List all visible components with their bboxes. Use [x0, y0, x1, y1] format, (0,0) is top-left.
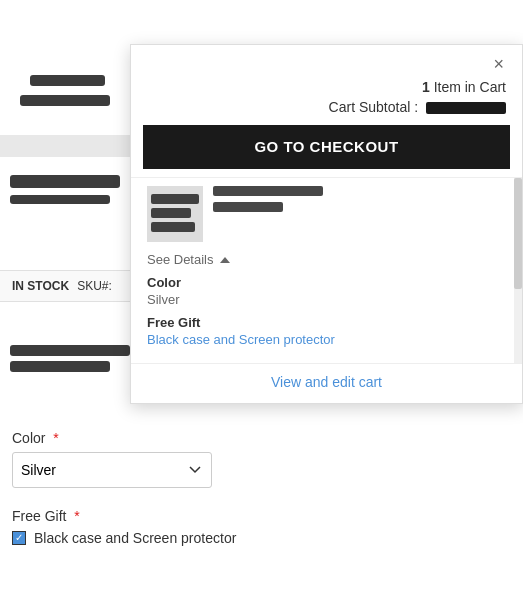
color-select[interactable]: Silver Black Gold	[12, 452, 212, 488]
free-gift-detail-label: Free Gift	[147, 315, 506, 330]
product-row	[147, 186, 506, 242]
product-options: Color * Silver Black Gold Free Gift * Bl…	[0, 430, 523, 546]
subtotal-amount-scribble	[426, 102, 506, 114]
product-info	[213, 186, 506, 242]
checkout-button[interactable]: GO TO CHECKOUT	[143, 125, 510, 169]
view-edit-cart-link[interactable]: View and edit cart	[271, 374, 382, 390]
scrollbar-track	[514, 178, 522, 363]
see-details-link[interactable]: See Details	[147, 252, 213, 267]
popup-header: ×	[131, 45, 522, 75]
close-button[interactable]: ×	[487, 53, 510, 75]
free-gift-option-text: Black case and Screen protector	[34, 530, 236, 546]
in-stock-label: IN STOCK	[12, 279, 69, 293]
scrollbar-thumb[interactable]	[514, 178, 522, 289]
scroll-inner: See Details Color Silver Free Gift Black…	[131, 178, 522, 363]
popup-scrollable[interactable]: See Details Color Silver Free Gift Black…	[131, 177, 522, 363]
product-price-scribble	[213, 202, 283, 212]
free-gift-section: Free Gift * Black case and Screen protec…	[12, 508, 511, 546]
free-gift-row: Black case and Screen protector	[12, 530, 511, 546]
cart-popup: × 1 Item in Cart Cart Subtotal : GO TO C…	[130, 44, 523, 404]
item-count: 1	[422, 79, 430, 95]
free-gift-required: *	[74, 508, 79, 524]
product-image	[147, 186, 203, 242]
free-gift-detail-value: Black case and Screen protector	[147, 332, 506, 347]
color-detail-value: Silver	[147, 292, 506, 307]
sku-label: SKU#:	[77, 279, 112, 293]
see-details-row: See Details	[147, 252, 506, 267]
color-label: Color *	[12, 430, 511, 446]
subtotal-row: Cart Subtotal :	[131, 97, 522, 125]
free-gift-label: Free Gift *	[12, 508, 511, 524]
item-count-row: 1 Item in Cart	[131, 75, 522, 97]
chevron-up-icon	[220, 257, 230, 263]
color-required: *	[53, 430, 58, 446]
product-name-scribble	[213, 186, 323, 196]
item-count-text: Item in Cart	[434, 79, 506, 95]
color-detail-label: Color	[147, 275, 506, 290]
subtotal-label: Cart Subtotal :	[329, 99, 419, 115]
view-edit-row: View and edit cart	[131, 363, 522, 400]
free-gift-checkbox[interactable]	[12, 531, 26, 545]
